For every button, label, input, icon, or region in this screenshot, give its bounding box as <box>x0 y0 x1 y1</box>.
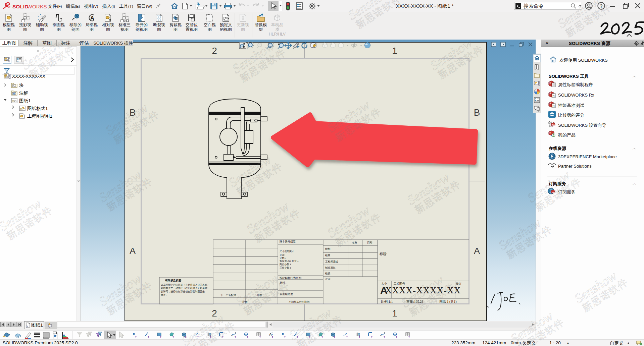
svg-text:WORKS: WORKS <box>27 4 47 9</box>
svg-text:注解: 注解 <box>19 91 28 96</box>
svg-text:A: A <box>13 92 15 95</box>
svg-text:三位小数 ±: 三位小数 ± <box>280 267 291 269</box>
svg-text:?: ? <box>600 3 603 9</box>
svg-text:A: A <box>269 332 272 336</box>
svg-text:工程师通过: 工程师通过 <box>325 260 338 263</box>
svg-text:重量:165.23: 重量:165.23 <box>406 300 423 303</box>
svg-text:检验: 检验 <box>325 272 331 275</box>
svg-text:S: S <box>549 102 551 105</box>
svg-text:不调整工程图比例: 不调整工程图比例 <box>289 300 310 303</box>
svg-text:比例:1:1: 比例:1:1 <box>381 300 393 303</box>
svg-text:材料: 材料 <box>279 281 285 284</box>
svg-text:XXXX-XXXX-XX: XXXX-XXXX-XX <box>12 74 45 79</box>
svg-text:角度:机器± 折弯 ±: 角度:机器± 折弯 ± <box>280 260 299 263</box>
svg-text:XXXX-XXXX-XX: XXXX-XXXX-XX <box>385 285 461 295</box>
svg-text:SOLID: SOLID <box>12 4 28 9</box>
svg-text:应用: 应用 <box>242 300 248 303</box>
svg-text:公差:: 公差: <box>280 254 285 256</box>
svg-text:有限权且机密: 有限权且机密 <box>165 279 182 282</box>
svg-text:2: 2 <box>212 308 217 319</box>
svg-text:图纸1: 图纸1 <box>19 98 31 103</box>
svg-text:两位小数 ±: 两位小数 ± <box>279 263 291 266</box>
svg-text:1: 1 <box>392 308 397 319</box>
svg-text:块: 块 <box>19 83 24 88</box>
svg-text:制造通过: 制造通过 <box>325 266 336 269</box>
svg-text:分数±: 分数± <box>279 257 286 260</box>
svg-text:A: A <box>90 15 94 21</box>
svg-text:除非另外指定:: 除非另外指定: <box>280 240 296 243</box>
svg-text:评论:: 评论: <box>325 278 331 281</box>
svg-text:R: R <box>553 94 555 97</box>
svg-text:绘制: 绘制 <box>325 247 331 250</box>
svg-text:R: R <box>553 104 555 107</box>
svg-text:A: A <box>130 246 136 256</box>
svg-text:检查: 检查 <box>325 254 331 257</box>
svg-text:2: 2 <box>212 46 217 56</box>
svg-text:图纸格式1: 图纸格式1 <box>27 106 48 111</box>
svg-text:图纸 1 (共1): 图纸 1 (共1) <box>439 300 457 304</box>
svg-text:B: B <box>474 107 480 118</box>
svg-text:的许可，进行任何部分或全部复制应完全: 的许可，进行任何部分或全部复制应完全 <box>161 290 205 293</box>
svg-text:尺寸使用英寸: 尺寸使用英寸 <box>280 250 294 253</box>
svg-text:SW: SW <box>552 191 555 193</box>
svg-text:该工程图中的信息是〈在此处插入公司名称〉: 该工程图中的信息是〈在此处插入公司名称〉 <box>161 283 210 286</box>
svg-text:工程图号: 工程图号 <box>393 282 405 285</box>
svg-text:用在: 用在 <box>257 294 262 297</box>
svg-text:日期: 日期 <box>367 241 373 244</box>
svg-text:的独有资产。如未经〈在此处插入公司名称〉: 的独有资产。如未经〈在此处插入公司名称〉 <box>161 287 210 290</box>
svg-text:标题:: 标题: <box>379 252 387 256</box>
svg-text:S: S <box>549 131 551 134</box>
svg-text:下一个装配体: 下一个装配体 <box>220 294 236 297</box>
svg-text:表面粗糙度: 表面粗糙度 <box>280 293 293 296</box>
svg-text:名称: 名称 <box>352 241 357 244</box>
svg-text:S: S <box>549 81 551 84</box>
svg-text:SW: SW <box>552 124 555 126</box>
svg-text:A: A <box>474 246 480 256</box>
svg-text:禁止。: 禁止。 <box>160 293 168 296</box>
svg-text:1: 1 <box>392 46 397 56</box>
svg-text:修订: 修订 <box>456 282 462 285</box>
svg-text:按此解释行为公差:: 按此解释行为公差: <box>280 277 302 280</box>
svg-text:工程图视图1: 工程图视图1 <box>27 114 52 119</box>
svg-text:B: B <box>130 107 136 118</box>
svg-text:S: S <box>549 92 551 95</box>
